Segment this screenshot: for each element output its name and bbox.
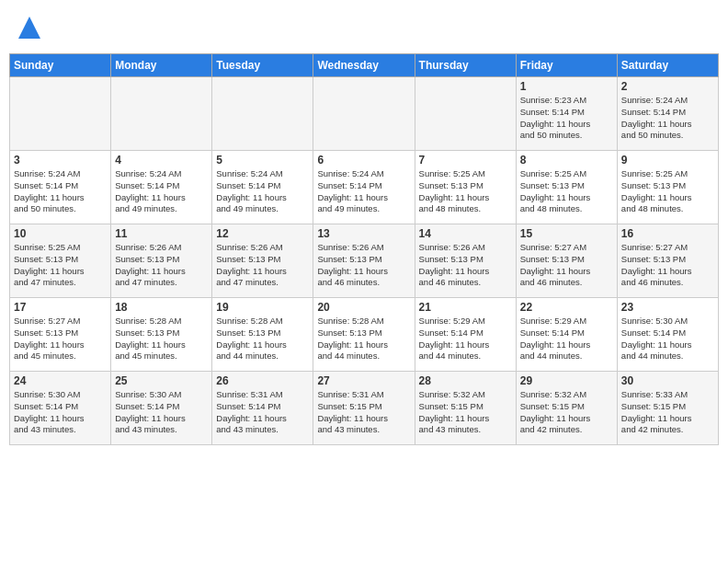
day-number-2-2: 12 (216, 227, 309, 240)
day-number-3-0: 17 (14, 301, 107, 314)
calendar-table: Sunday Monday Tuesday Wednesday Thursday… (9, 53, 719, 445)
calendar-cell-1-3: 6Sunrise: 5:24 AM Sunset: 5:14 PM Daylig… (313, 151, 415, 224)
calendar-cell-3-6: 23Sunrise: 5:30 AM Sunset: 5:14 PM Dayli… (617, 298, 718, 372)
day-number-1-4: 7 (419, 154, 512, 167)
calendar-cell-1-6: 9Sunrise: 5:25 AM Sunset: 5:13 PM Daylig… (617, 151, 718, 224)
day-info-3-5: Sunrise: 5:29 AM Sunset: 5:14 PM Dayligh… (520, 316, 613, 362)
day-info-4-1: Sunrise: 5:30 AM Sunset: 5:14 PM Dayligh… (115, 389, 208, 436)
calendar-cell-2-3: 13Sunrise: 5:26 AM Sunset: 5:13 PM Dayli… (313, 224, 415, 298)
day-info-1-5: Sunrise: 5:25 AM Sunset: 5:13 PM Dayligh… (520, 168, 613, 215)
day-info-2-3: Sunrise: 5:26 AM Sunset: 5:13 PM Dayligh… (317, 242, 410, 289)
calendar-cell-2-5: 15Sunrise: 5:27 AM Sunset: 5:13 PM Dayli… (516, 224, 617, 298)
day-number-2-1: 11 (115, 227, 208, 240)
day-info-3-1: Sunrise: 5:28 AM Sunset: 5:13 PM Dayligh… (115, 316, 208, 362)
calendar-week-3: 17Sunrise: 5:27 AM Sunset: 5:13 PM Dayli… (10, 298, 719, 372)
calendar-cell-2-1: 11Sunrise: 5:26 AM Sunset: 5:13 PM Dayli… (111, 224, 212, 298)
calendar-cell-1-5: 8Sunrise: 5:25 AM Sunset: 5:13 PM Daylig… (516, 151, 617, 224)
calendar-cell-1-1: 4Sunrise: 5:24 AM Sunset: 5:14 PM Daylig… (111, 151, 212, 224)
calendar-week-2: 10Sunrise: 5:25 AM Sunset: 5:13 PM Dayli… (10, 224, 719, 298)
day-info-3-6: Sunrise: 5:30 AM Sunset: 5:14 PM Dayligh… (621, 316, 714, 362)
calendar-cell-4-0: 24Sunrise: 5:30 AM Sunset: 5:14 PM Dayli… (10, 372, 111, 445)
calendar-cell-4-1: 25Sunrise: 5:30 AM Sunset: 5:14 PM Dayli… (111, 372, 212, 445)
calendar-cell-3-5: 22Sunrise: 5:29 AM Sunset: 5:14 PM Dayli… (516, 298, 617, 372)
calendar-cell-0-0 (10, 77, 111, 151)
day-info-2-5: Sunrise: 5:27 AM Sunset: 5:13 PM Dayligh… (520, 242, 613, 289)
day-number-4-3: 27 (317, 374, 410, 387)
calendar-week-4: 24Sunrise: 5:30 AM Sunset: 5:14 PM Dayli… (10, 372, 719, 445)
calendar-cell-0-2 (212, 77, 313, 151)
day-number-3-3: 20 (317, 301, 410, 314)
calendar-cell-3-1: 18Sunrise: 5:28 AM Sunset: 5:13 PM Dayli… (111, 298, 212, 372)
day-info-4-6: Sunrise: 5:33 AM Sunset: 5:15 PM Dayligh… (621, 389, 714, 436)
calendar-cell-0-3 (313, 77, 415, 151)
calendar-cell-0-4 (415, 77, 516, 151)
calendar-cell-4-5: 29Sunrise: 5:32 AM Sunset: 5:15 PM Dayli… (516, 372, 617, 445)
calendar-cell-0-6: 2Sunrise: 5:24 AM Sunset: 5:14 PM Daylig… (617, 77, 718, 151)
logo-icon (15, 13, 44, 42)
calendar-cell-4-4: 28Sunrise: 5:32 AM Sunset: 5:15 PM Dayli… (415, 372, 516, 445)
header-monday: Monday (111, 54, 212, 77)
calendar-cell-1-2: 5Sunrise: 5:24 AM Sunset: 5:14 PM Daylig… (212, 151, 313, 224)
calendar-cell-3-4: 21Sunrise: 5:29 AM Sunset: 5:14 PM Dayli… (415, 298, 516, 372)
day-number-1-6: 9 (621, 154, 714, 167)
day-number-2-5: 15 (520, 227, 613, 240)
calendar-cell-2-0: 10Sunrise: 5:25 AM Sunset: 5:13 PM Dayli… (10, 224, 111, 298)
day-number-2-6: 16 (621, 227, 714, 240)
header-thursday: Thursday (415, 54, 516, 77)
day-number-3-5: 22 (520, 301, 613, 314)
day-number-3-6: 23 (621, 301, 714, 314)
day-info-1-6: Sunrise: 5:25 AM Sunset: 5:13 PM Dayligh… (621, 168, 714, 215)
calendar-cell-0-1 (111, 77, 212, 151)
calendar-cell-3-0: 17Sunrise: 5:27 AM Sunset: 5:13 PM Dayli… (10, 298, 111, 372)
calendar-cell-4-6: 30Sunrise: 5:33 AM Sunset: 5:15 PM Dayli… (617, 372, 718, 445)
day-number-1-3: 6 (317, 154, 410, 167)
day-number-1-5: 8 (520, 154, 613, 167)
day-info-1-0: Sunrise: 5:24 AM Sunset: 5:14 PM Dayligh… (14, 168, 107, 215)
day-info-0-6: Sunrise: 5:24 AM Sunset: 5:14 PM Dayligh… (621, 95, 714, 142)
day-number-4-6: 30 (621, 374, 714, 387)
calendar-cell-2-4: 14Sunrise: 5:26 AM Sunset: 5:13 PM Dayli… (415, 224, 516, 298)
day-info-4-5: Sunrise: 5:32 AM Sunset: 5:15 PM Dayligh… (520, 389, 613, 436)
day-info-2-1: Sunrise: 5:26 AM Sunset: 5:13 PM Dayligh… (115, 242, 208, 289)
header-friday: Friday (516, 54, 617, 77)
header-sunday: Sunday (10, 54, 111, 77)
day-info-2-0: Sunrise: 5:25 AM Sunset: 5:13 PM Dayligh… (14, 242, 107, 289)
calendar-cell-1-0: 3Sunrise: 5:24 AM Sunset: 5:14 PM Daylig… (10, 151, 111, 224)
calendar-cell-3-2: 19Sunrise: 5:28 AM Sunset: 5:13 PM Dayli… (212, 298, 313, 372)
day-number-0-5: 1 (520, 80, 613, 93)
day-info-1-3: Sunrise: 5:24 AM Sunset: 5:14 PM Dayligh… (317, 168, 410, 215)
day-info-1-2: Sunrise: 5:24 AM Sunset: 5:14 PM Dayligh… (216, 168, 309, 215)
calendar-cell-2-2: 12Sunrise: 5:26 AM Sunset: 5:13 PM Dayli… (212, 224, 313, 298)
day-number-2-0: 10 (14, 227, 107, 240)
day-info-4-0: Sunrise: 5:30 AM Sunset: 5:14 PM Dayligh… (14, 389, 107, 436)
day-info-2-6: Sunrise: 5:27 AM Sunset: 5:13 PM Dayligh… (621, 242, 714, 289)
day-info-0-5: Sunrise: 5:23 AM Sunset: 5:14 PM Dayligh… (520, 95, 613, 142)
header-wednesday: Wednesday (313, 54, 415, 77)
day-info-1-4: Sunrise: 5:25 AM Sunset: 5:13 PM Dayligh… (419, 168, 512, 215)
day-info-4-4: Sunrise: 5:32 AM Sunset: 5:15 PM Dayligh… (419, 389, 512, 436)
calendar-header: Sunday Monday Tuesday Wednesday Thursday… (10, 54, 719, 77)
calendar-cell-0-5: 1Sunrise: 5:23 AM Sunset: 5:14 PM Daylig… (516, 77, 617, 151)
day-number-4-4: 28 (419, 374, 512, 387)
day-info-3-4: Sunrise: 5:29 AM Sunset: 5:14 PM Dayligh… (419, 316, 512, 362)
day-info-3-2: Sunrise: 5:28 AM Sunset: 5:13 PM Dayligh… (216, 316, 309, 362)
calendar-week-1: 3Sunrise: 5:24 AM Sunset: 5:14 PM Daylig… (10, 151, 719, 224)
day-number-1-2: 5 (216, 154, 309, 167)
logo (13, 13, 44, 42)
day-info-3-3: Sunrise: 5:28 AM Sunset: 5:13 PM Dayligh… (317, 316, 410, 362)
day-info-3-0: Sunrise: 5:27 AM Sunset: 5:13 PM Dayligh… (14, 316, 107, 362)
day-info-2-4: Sunrise: 5:26 AM Sunset: 5:13 PM Dayligh… (419, 242, 512, 289)
calendar-cell-2-6: 16Sunrise: 5:27 AM Sunset: 5:13 PM Dayli… (617, 224, 718, 298)
day-info-4-3: Sunrise: 5:31 AM Sunset: 5:15 PM Dayligh… (317, 389, 410, 436)
day-number-1-0: 3 (14, 154, 107, 167)
day-number-4-2: 26 (216, 374, 309, 387)
day-info-2-2: Sunrise: 5:26 AM Sunset: 5:13 PM Dayligh… (216, 242, 309, 289)
calendar-cell-3-3: 20Sunrise: 5:28 AM Sunset: 5:13 PM Dayli… (313, 298, 415, 372)
day-number-3-2: 19 (216, 301, 309, 314)
svg-marker-0 (18, 17, 40, 39)
calendar-body: 1Sunrise: 5:23 AM Sunset: 5:14 PM Daylig… (10, 77, 719, 445)
day-number-3-1: 18 (115, 301, 208, 314)
day-info-1-1: Sunrise: 5:24 AM Sunset: 5:14 PM Dayligh… (115, 168, 208, 215)
day-number-3-4: 21 (419, 301, 512, 314)
calendar-cell-4-3: 27Sunrise: 5:31 AM Sunset: 5:15 PM Dayli… (313, 372, 415, 445)
